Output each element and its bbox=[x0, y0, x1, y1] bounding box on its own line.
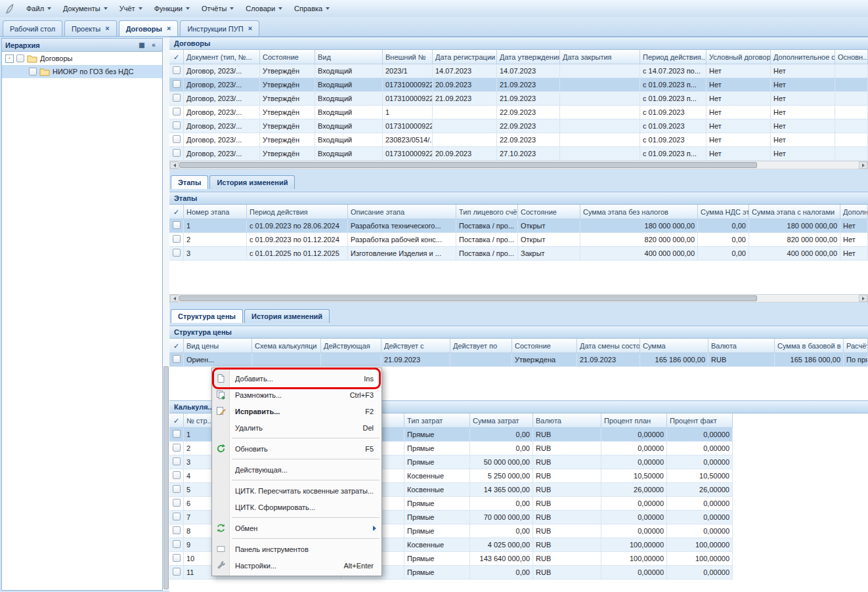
row-checkbox[interactable] bbox=[173, 485, 181, 493]
context-menu-item[interactable]: ОбновитьF5 bbox=[212, 440, 381, 457]
context-menu-item[interactable]: Панель инструментов bbox=[212, 541, 381, 557]
row-checkbox[interactable] bbox=[173, 499, 181, 507]
column-header[interactable]: Вид цены bbox=[184, 339, 252, 353]
context-menu-item[interactable]: Настройки...Alt+Enter bbox=[212, 557, 381, 574]
table-row[interactable]: Ориен...21.09.2023Утверждена21.09.202316… bbox=[169, 353, 868, 367]
contracts-hscrollbar[interactable] bbox=[169, 161, 868, 169]
row-checkbox[interactable] bbox=[173, 80, 181, 88]
row-checkbox[interactable] bbox=[173, 135, 181, 143]
scroll-right-icon[interactable] bbox=[859, 295, 867, 302]
menubar-item[interactable]: Словари bbox=[240, 2, 288, 15]
document-tab[interactable]: Проекты× bbox=[64, 20, 117, 36]
context-menu-item[interactable]: ЦИТК. Сформировать... bbox=[212, 499, 381, 515]
column-header[interactable]: Условный договор bbox=[706, 50, 771, 64]
menubar-item[interactable]: Отчёты bbox=[196, 2, 239, 15]
column-header[interactable]: Сумма bbox=[640, 339, 708, 353]
column-header[interactable]: Состояние bbox=[518, 205, 580, 219]
context-menu-item[interactable]: Размножить...Ctrl+F3 bbox=[212, 387, 381, 403]
column-header[interactable]: ✓ bbox=[169, 339, 184, 353]
subtab[interactable]: История изменений bbox=[244, 309, 330, 323]
row-checkbox[interactable] bbox=[173, 66, 181, 74]
column-header[interactable]: Номер этапа bbox=[184, 205, 247, 219]
table-row[interactable]: 3с 01.01.2025 по 01.12.2025Изготовление … bbox=[169, 247, 868, 261]
scroll-left-icon[interactable] bbox=[170, 161, 179, 169]
column-header[interactable]: Процент факт bbox=[667, 413, 733, 428]
subtab[interactable]: История изменений bbox=[209, 175, 295, 189]
column-header[interactable]: ✓ bbox=[169, 50, 184, 64]
subtab[interactable]: Этапы bbox=[171, 175, 208, 189]
column-header[interactable]: Дополн... bbox=[840, 205, 868, 219]
row-checkbox[interactable] bbox=[173, 149, 181, 157]
column-header[interactable]: Действует по bbox=[450, 339, 512, 353]
column-header[interactable]: Сумма в базовой в bbox=[775, 339, 844, 353]
document-tab[interactable]: Инструкции ПУП× bbox=[180, 20, 259, 36]
column-header[interactable]: Валюта bbox=[533, 413, 601, 428]
column-header[interactable]: Сумма затрат bbox=[470, 413, 533, 428]
context-menu-item[interactable]: Добавить...Ins bbox=[212, 370, 381, 387]
column-header[interactable]: Дата утверждения bbox=[497, 50, 560, 64]
context-menu-item[interactable]: Действующая... bbox=[212, 461, 381, 478]
column-header[interactable]: Тип лицевого счёт bbox=[456, 205, 518, 219]
column-header[interactable]: Сумма этапа без налогов bbox=[580, 205, 698, 219]
context-menu-item[interactable]: Обмен bbox=[212, 520, 381, 536]
column-header[interactable]: Период действия bbox=[247, 205, 348, 219]
row-checkbox[interactable] bbox=[173, 554, 181, 562]
scroll-left-icon[interactable] bbox=[170, 295, 179, 302]
row-checkbox[interactable] bbox=[173, 568, 181, 576]
column-header[interactable]: ✓ bbox=[169, 205, 184, 219]
tree-checkbox[interactable] bbox=[29, 68, 37, 75]
context-menu-item[interactable]: ЦИТК. Пересчитать косвенные затраты... bbox=[212, 482, 381, 499]
table-row[interactable]: Договор, 2023/...УтверждёнВходящий2023/1… bbox=[169, 64, 868, 78]
column-header[interactable]: Основн... bbox=[835, 50, 868, 64]
column-header[interactable]: Вид bbox=[315, 50, 383, 64]
menubar-item[interactable]: Учёт bbox=[114, 2, 148, 15]
tree-checkbox[interactable] bbox=[16, 54, 24, 62]
row-checkbox[interactable] bbox=[173, 221, 181, 229]
row-checkbox[interactable] bbox=[173, 249, 181, 257]
scroll-thumb[interactable] bbox=[163, 366, 169, 589]
grid-view-icon[interactable]: ▦ bbox=[137, 41, 147, 49]
scroll-thumb[interactable] bbox=[179, 295, 757, 301]
table-row[interactable]: 1с 01.09.2023 по 28.06.2024Разработка те… bbox=[169, 219, 868, 233]
row-checkbox[interactable] bbox=[173, 430, 181, 438]
row-checkbox[interactable] bbox=[173, 444, 181, 452]
column-header[interactable]: Сумма этапа с налогами bbox=[749, 205, 840, 219]
vertical-scrollbar[interactable] bbox=[163, 38, 169, 591]
table-row[interactable]: Договор, 2023/...УтверждёнВходящий230823… bbox=[169, 133, 868, 147]
row-checkbox[interactable] bbox=[173, 235, 181, 243]
column-header[interactable]: Схема калькуляци bbox=[252, 339, 321, 353]
column-header[interactable]: Дата регистрации bbox=[433, 50, 497, 64]
row-checkbox[interactable] bbox=[173, 108, 181, 116]
column-header[interactable]: Расчёт... bbox=[844, 339, 868, 353]
table-row[interactable]: Договор, 2023/...УтверждёнВходящий122.09… bbox=[169, 106, 868, 119]
column-header[interactable]: Дата смены состо bbox=[577, 339, 640, 353]
row-checkbox[interactable] bbox=[173, 513, 181, 520]
menubar-item[interactable]: Документы bbox=[58, 2, 113, 15]
scroll-thumb[interactable] bbox=[179, 162, 757, 168]
scroll-right-icon[interactable] bbox=[859, 161, 867, 169]
close-icon[interactable]: × bbox=[248, 25, 252, 32]
table-row[interactable]: Договор, 2023/...УтверждёнВходящий017310… bbox=[169, 78, 868, 92]
menubar-item[interactable]: Функции bbox=[149, 2, 195, 15]
table-row[interactable]: Договор, 2023/...УтверждёнВходящий017310… bbox=[169, 119, 868, 133]
context-menu-item[interactable]: Исправить...F2 bbox=[212, 403, 381, 419]
document-tab[interactable]: Рабочий стол bbox=[3, 20, 62, 36]
context-menu-item[interactable]: УдалитьDel bbox=[212, 419, 381, 436]
column-header[interactable]: Период действия... bbox=[640, 50, 706, 64]
menubar-item[interactable]: Файл bbox=[21, 2, 56, 15]
row-checkbox[interactable] bbox=[173, 457, 181, 465]
column-header[interactable]: Документ (тип, №... bbox=[184, 50, 260, 64]
menubar-item[interactable]: Справка bbox=[289, 2, 335, 15]
column-header[interactable]: Дата закрытия bbox=[560, 50, 640, 64]
column-header[interactable]: Сумма НДС этапа bbox=[698, 205, 749, 219]
row-checkbox[interactable] bbox=[173, 355, 181, 363]
close-icon[interactable]: × bbox=[105, 25, 109, 32]
expander-icon[interactable]: - bbox=[5, 54, 14, 63]
tree-node-root[interactable]: - Договоры bbox=[2, 52, 162, 65]
column-header[interactable]: Действующая bbox=[321, 339, 381, 353]
collapse-panel-icon[interactable]: « bbox=[148, 41, 159, 49]
column-header[interactable]: Описание этапа bbox=[348, 205, 456, 219]
column-header[interactable]: Процент план bbox=[601, 413, 667, 428]
stages-hscrollbar[interactable] bbox=[169, 294, 868, 303]
close-icon[interactable]: × bbox=[167, 25, 171, 32]
